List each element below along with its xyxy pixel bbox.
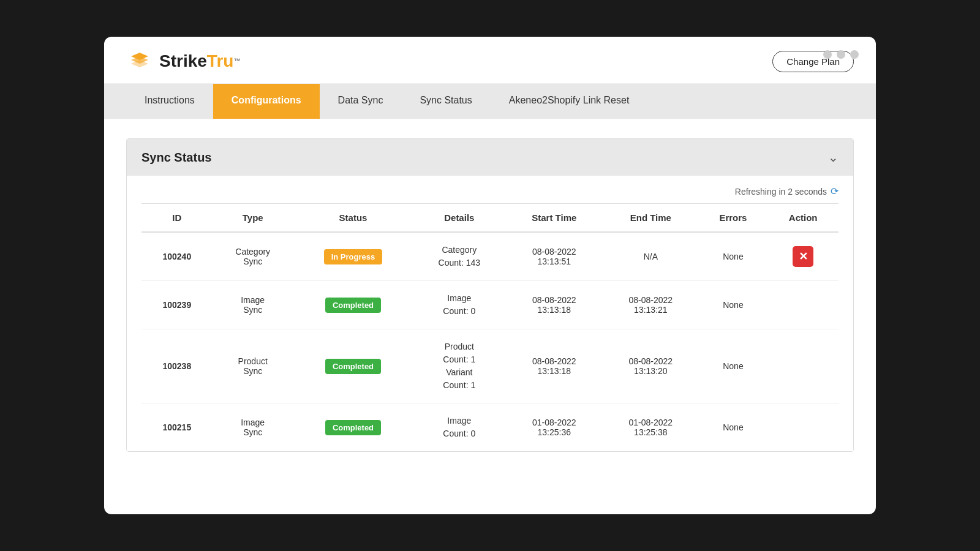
cell-id: 100239	[141, 281, 213, 329]
table-row: 100240CategorySyncIn ProgressCategoryCou…	[141, 232, 839, 281]
cell-end-time: 08-08-202213:13:20	[603, 329, 698, 403]
cell-action[interactable]: ✕	[767, 232, 839, 281]
table-row: 100215ImageSyncCompletedImageCount: 001-…	[141, 403, 839, 452]
table-header-row: ID Type Status Details Start Time End Ti…	[141, 204, 839, 233]
sync-status-body: Refreshing in 2 seconds ⟳ ID Type Status…	[127, 176, 853, 451]
logo-tm: ™	[233, 57, 240, 64]
cell-end-time: 08-08-202213:13:21	[603, 281, 698, 329]
cell-start-time: 01-08-202213:25:36	[505, 403, 603, 452]
logo-text: StrikeTru™	[159, 51, 240, 71]
cell-type: ProductSync	[213, 329, 293, 403]
app-window: StrikeTru™ Change Plan Instructions Conf…	[104, 37, 876, 514]
cell-status: Completed	[293, 281, 413, 329]
window-dot-3	[850, 50, 859, 59]
cell-type: ImageSync	[213, 281, 293, 329]
sync-status-panel: Sync Status ⌄ Refreshing in 2 seconds ⟳ …	[126, 138, 854, 452]
cell-details: ImageCount: 0	[413, 403, 505, 452]
logo-icon	[126, 48, 153, 75]
logo-tru: Tru	[207, 51, 234, 70]
status-badge: In Progress	[324, 249, 383, 264]
sync-status-title: Sync Status	[141, 151, 211, 165]
cancel-action-button[interactable]: ✕	[793, 246, 813, 267]
cell-action	[767, 329, 839, 403]
col-header-status: Status	[293, 204, 413, 233]
col-header-end-time: End Time	[603, 204, 698, 233]
cell-action	[767, 403, 839, 452]
window-controls	[823, 50, 859, 59]
logo-strike: Strike	[159, 51, 207, 70]
window-dot-1	[823, 50, 832, 59]
table-row: 100238ProductSyncCompletedProductCount: …	[141, 329, 839, 403]
app-header: StrikeTru™ Change Plan	[104, 37, 876, 84]
cell-type: ImageSync	[213, 403, 293, 452]
col-header-start-time: Start Time	[505, 204, 603, 233]
cell-details: ProductCount: 1VariantCount: 1	[413, 329, 505, 403]
col-header-type: Type	[213, 204, 293, 233]
nav-item-instructions[interactable]: Instructions	[126, 84, 213, 119]
nav-item-akeneo-link-reset[interactable]: Akeneo2Shopify Link Reset	[491, 84, 648, 119]
cell-id: 100240	[141, 232, 213, 281]
cell-start-time: 08-08-202213:13:51	[505, 232, 603, 281]
nav-item-data-sync[interactable]: Data Sync	[320, 84, 402, 119]
main-content: Sync Status ⌄ Refreshing in 2 seconds ⟳ …	[104, 119, 876, 471]
col-header-details: Details	[413, 204, 505, 233]
nav-item-configurations[interactable]: Configurations	[213, 84, 320, 119]
cell-details: CategoryCount: 143	[413, 232, 505, 281]
cell-end-time: N/A	[603, 232, 698, 281]
window-dot-2	[837, 50, 845, 59]
sync-status-header[interactable]: Sync Status ⌄	[127, 139, 853, 176]
cell-start-time: 08-08-202213:13:18	[505, 281, 603, 329]
logo: StrikeTru™	[126, 48, 240, 75]
cell-errors: None	[699, 281, 768, 329]
cell-start-time: 08-08-202213:13:18	[505, 329, 603, 403]
chevron-down-icon: ⌄	[828, 150, 839, 165]
status-badge: Completed	[325, 298, 381, 313]
refresh-text: Refreshing in 2 seconds	[735, 187, 827, 197]
sync-table: ID Type Status Details Start Time End Ti…	[141, 203, 839, 451]
cell-status: In Progress	[293, 232, 413, 281]
col-header-errors: Errors	[699, 204, 768, 233]
table-row: 100239ImageSyncCompletedImageCount: 008-…	[141, 281, 839, 329]
navigation-bar: Instructions Configurations Data Sync Sy…	[104, 84, 876, 119]
col-header-action: Action	[767, 204, 839, 233]
cell-errors: None	[699, 232, 768, 281]
cell-end-time: 01-08-202213:25:38	[603, 403, 698, 452]
cell-action	[767, 281, 839, 329]
cell-status: Completed	[293, 329, 413, 403]
cell-details: ImageCount: 0	[413, 281, 505, 329]
refresh-row: Refreshing in 2 seconds ⟳	[141, 186, 839, 203]
cell-id: 100238	[141, 329, 213, 403]
status-badge: Completed	[325, 420, 381, 435]
cell-id: 100215	[141, 403, 213, 452]
cell-errors: None	[699, 329, 768, 403]
status-badge: Completed	[325, 359, 381, 374]
nav-item-sync-status[interactable]: Sync Status	[401, 84, 490, 119]
cell-errors: None	[699, 403, 768, 452]
cell-type: CategorySync	[213, 232, 293, 281]
refresh-icon[interactable]: ⟳	[831, 186, 839, 197]
cell-status: Completed	[293, 403, 413, 452]
col-header-id: ID	[141, 204, 213, 233]
